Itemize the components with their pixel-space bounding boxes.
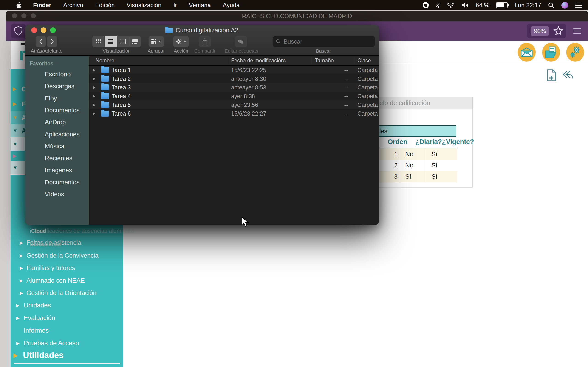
sidebar-item-documentos[interactable]: Documentos — [25, 105, 89, 116]
sidebar-item-descargas[interactable]: Descargas — [25, 81, 89, 92]
item-arrow-icon: ▶ — [19, 278, 23, 283]
menu-bar-clock[interactable]: Lun 22:17 — [515, 2, 541, 9]
window-title: Curso digitalización A2 — [25, 27, 379, 34]
siri-icon[interactable] — [561, 2, 568, 9]
search-input[interactable] — [283, 38, 372, 45]
menu-item-0[interactable]: Archivo — [57, 0, 89, 10]
sidebar-section-favoritos: Favoritos — [30, 60, 53, 67]
browser-title-bar[interactable]: RAICES.CED.COMUNIDAD DE MADRID — [6, 10, 588, 21]
desktop-icon — [35, 71, 42, 78]
disclosure-triangle-icon[interactable] — [93, 95, 95, 98]
zoom-level-badge[interactable]: 90% — [531, 26, 549, 36]
add-document-icon[interactable] — [546, 69, 557, 82]
bookmark-star-icon[interactable] — [553, 26, 563, 36]
file-row-tarea-4[interactable]: Tarea 4ayer 8:38--Carpeta — [89, 92, 379, 100]
shield-icon — [14, 26, 23, 36]
documents-button[interactable] — [542, 43, 560, 62]
tag-icon — [238, 39, 244, 44]
sidebar-item-top-0[interactable]: ▶Unidades — [10, 301, 123, 310]
action-button[interactable] — [173, 36, 189, 47]
list-menu-icon[interactable] — [575, 1, 582, 9]
file-kind: Carpeta — [357, 84, 378, 91]
bluetooth-icon[interactable] — [436, 2, 440, 8]
finder-title-bar[interactable]: Curso digitalización A2 Atrás/Adelante — [25, 25, 379, 56]
gallery-view-button[interactable] — [129, 36, 141, 47]
sidebar-item-música[interactable]: Música — [25, 141, 89, 152]
settings-button[interactable] — [566, 43, 584, 62]
apple-menu[interactable] — [9, 0, 27, 10]
file-row-tarea-2[interactable]: Tarea 2anteayer 8:30--Carpeta — [89, 74, 379, 83]
sidebar-item-justificaciones[interactable]: Justificaciones de ausencias alumnado — [10, 226, 123, 235]
sidebar-item-top-2[interactable]: Informes — [10, 326, 123, 335]
page-margin — [6, 41, 10, 367]
sidebar-section-ubicaciones[interactable]: Ubicaciones — [30, 241, 61, 248]
sidebar-item-recientes[interactable]: Recientes — [25, 153, 89, 164]
menu-item-2[interactable]: Visualización — [121, 0, 167, 10]
file-row-tarea-5[interactable]: Tarea 5ayer 23:56--Carpeta — [89, 100, 379, 109]
disclosure-triangle-icon[interactable] — [93, 86, 95, 89]
disclosure-triangle-icon[interactable] — [93, 112, 95, 115]
file-row-tarea-6[interactable]: Tarea 615/6/23 22:27--Carpeta — [89, 109, 379, 118]
sidebar-item-vídeos[interactable]: Vídeos — [25, 189, 89, 200]
sidebar-item-eloy[interactable]: Eloy — [25, 93, 89, 104]
file-row-tarea-1[interactable]: Tarea 115/6/23 22:25--Carpeta — [89, 66, 379, 74]
reply-arrow-icon[interactable] — [561, 70, 574, 81]
sidebar-item-airdrop[interactable]: AirDrop — [25, 117, 89, 128]
sidebar-item-documentos[interactable]: Documentos — [25, 177, 89, 188]
search-field[interactable] — [273, 36, 375, 47]
disclosure-triangle-icon[interactable] — [93, 103, 95, 107]
back-button[interactable] — [36, 36, 46, 47]
sidebar-item-2[interactable]: ▶Familias y tutores — [10, 263, 123, 273]
sidebar-item-label: Escritorio — [45, 71, 71, 78]
file-row-tarea-3[interactable]: Tarea 3anteayer 8:53--Carpeta — [89, 83, 379, 92]
share-button[interactable] — [199, 36, 211, 47]
sidebar-item-top-3[interactable]: ▶Pruebas de Acceso — [10, 339, 123, 348]
macos-menu-bar: Finder ArchivoEdiciónVisualizaciónIrVent… — [0, 0, 588, 10]
column-header-fecha[interactable]: Fecha de modificación — [231, 58, 284, 64]
column-header-tamano[interactable]: Tamaño — [315, 58, 334, 64]
menu-item-1[interactable]: Edición — [89, 0, 121, 10]
mail-button[interactable] — [518, 43, 536, 62]
sidebar-item-escritorio[interactable]: Escritorio — [25, 69, 89, 80]
tree-arrow-icon: ▶ — [13, 101, 17, 107]
sidebar-item-1[interactable]: ▶Gestión de la Convivencia — [10, 251, 123, 260]
cell-diaria: No — [405, 150, 414, 158]
menu-item-5[interactable]: Ayuda — [217, 0, 246, 10]
edit-tags-button[interactable] — [235, 36, 247, 47]
wifi-icon[interactable] — [447, 2, 455, 8]
file-size: -- — [311, 93, 348, 100]
column-header-nombre[interactable]: Nombre — [95, 58, 114, 64]
column-header-clase[interactable]: Clase — [357, 58, 371, 64]
sidebar-item-top-1[interactable]: ▶Evaluación — [10, 313, 123, 323]
sidebar-item-3[interactable]: ▶Alumnado con NEAE — [10, 276, 123, 285]
menu-hamburger-icon[interactable] — [573, 26, 581, 35]
mouse-cursor — [241, 217, 250, 228]
search-icon — [275, 39, 281, 44]
menu-item-3[interactable]: Ir — [167, 0, 183, 10]
sidebar-item-4[interactable]: ▶Gestión de la Orientación — [10, 288, 123, 298]
icon-view-button[interactable] — [92, 36, 104, 47]
volume-icon[interactable] — [461, 2, 469, 8]
menu-app-name[interactable]: Finder — [27, 0, 57, 10]
apple-icon — [15, 2, 21, 9]
group-button[interactable] — [149, 36, 164, 47]
grid-view-icon — [95, 39, 101, 44]
menu-item-4[interactable]: Ventana — [183, 0, 217, 10]
back-forward-label: Atrás/Adelante — [31, 48, 62, 54]
browser-page-title: RAICES.CED.COMUNIDAD DE MADRID — [6, 13, 588, 20]
sidebar-item-0[interactable]: ▶Faltas de asistencia — [10, 238, 123, 247]
column-view-button[interactable] — [117, 36, 129, 47]
file-size: -- — [311, 75, 348, 82]
tracking-protection-button[interactable] — [11, 24, 26, 38]
sidebar-section-utilidades[interactable]: ▶ Utilidades — [10, 350, 123, 361]
sidebar-item-aplicaciones[interactable]: Aplicaciones — [25, 129, 89, 140]
tree-arrow-icon: ▶ — [13, 153, 17, 159]
screen-recording-icon[interactable] — [423, 2, 429, 8]
spotlight-search-icon[interactable] — [548, 2, 554, 8]
disclosure-triangle-icon[interactable] — [93, 77, 95, 81]
forward-button[interactable] — [47, 36, 57, 47]
sidebar-item-imágenes[interactable]: Imágenes — [25, 165, 89, 176]
list-view-button[interactable] — [104, 36, 117, 47]
sidebar-section-icloud[interactable]: iCloud — [30, 228, 46, 234]
disclosure-triangle-icon[interactable] — [93, 69, 95, 72]
